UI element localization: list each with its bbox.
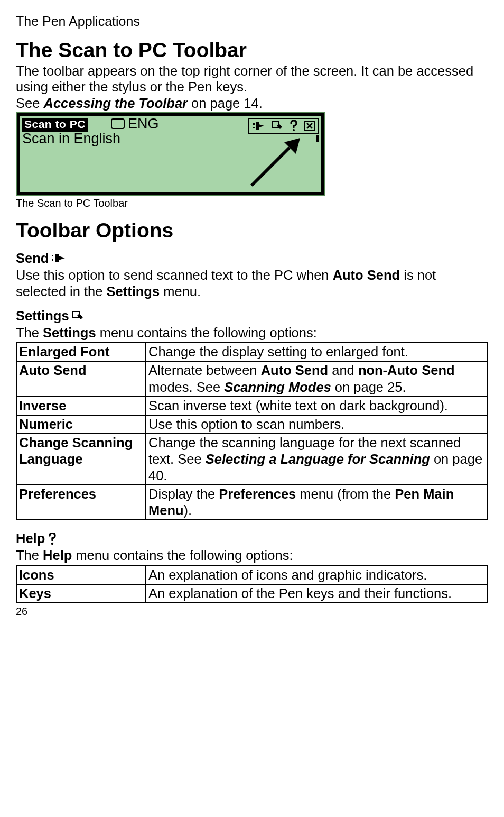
text: menu (from the bbox=[296, 486, 395, 501]
text: menu contains the following options: bbox=[72, 548, 293, 563]
text: and bbox=[328, 363, 358, 378]
subheading-settings: Settings bbox=[16, 308, 488, 324]
text-bold: Settings bbox=[43, 325, 96, 340]
table-row: Preferences Display the Preferences menu… bbox=[16, 485, 488, 520]
settings-intro: The Settings menu contains the following… bbox=[16, 325, 488, 341]
svg-point-3 bbox=[293, 129, 295, 131]
device-language-indicator: ENG bbox=[111, 116, 159, 132]
text-bold-italic: Scanning Modes bbox=[224, 380, 331, 394]
text: The bbox=[16, 325, 43, 340]
scroll-indicator bbox=[316, 135, 319, 142]
help-icon bbox=[290, 120, 298, 132]
device-app-title: Scan to PC bbox=[22, 118, 88, 132]
text: ). bbox=[184, 503, 192, 518]
text: menu. bbox=[160, 284, 201, 299]
table-row: Change Scanning Language Change the scan… bbox=[16, 434, 488, 485]
text: The bbox=[16, 548, 43, 563]
heading-scan-to-pc-toolbar: The Scan to PC Toolbar bbox=[16, 39, 488, 62]
text: Display the bbox=[148, 486, 219, 501]
device-toolbar bbox=[248, 118, 319, 134]
svg-rect-6 bbox=[52, 255, 53, 256]
text-bold: Auto Send bbox=[261, 363, 329, 378]
text-bold: Settings bbox=[107, 284, 160, 299]
cell-desc: Display the Preferences menu (from the P… bbox=[146, 485, 488, 520]
cell-label: Numeric bbox=[16, 415, 146, 434]
cell-label: Enlarged Font bbox=[16, 343, 146, 361]
device-language-text: ENG bbox=[128, 116, 159, 132]
cell-label: Keys bbox=[16, 584, 146, 603]
running-header: The Pen Applications bbox=[16, 14, 488, 29]
subheading-help: Help bbox=[16, 531, 488, 546]
cell-label: Preferences bbox=[16, 485, 146, 520]
subheading-help-label: Help bbox=[16, 531, 45, 546]
send-description: Use this option to send scanned text to … bbox=[16, 267, 488, 300]
cell-desc: Alternate between Auto Send and non-Auto… bbox=[146, 361, 488, 396]
cell-label: Change Scanning Language bbox=[16, 434, 146, 485]
help-table: Icons An explanation of icons and graphi… bbox=[16, 565, 488, 603]
cell-desc: Use this option to scan numbers. bbox=[146, 415, 488, 434]
svg-rect-2 bbox=[272, 121, 279, 128]
svg-rect-7 bbox=[52, 259, 53, 261]
table-row: Enlarged Font Change the display setting… bbox=[16, 343, 488, 361]
text: modes. See bbox=[148, 380, 224, 394]
table-row: Keys An explanation of the Pen keys and … bbox=[16, 584, 488, 603]
send-icon bbox=[253, 121, 265, 131]
text-bold: Preferences bbox=[219, 486, 296, 501]
speech-bubble-icon bbox=[111, 118, 125, 129]
cell-desc: Change the display setting to enlarged f… bbox=[146, 343, 488, 361]
cell-desc: Scan inverse text (white text on dark ba… bbox=[146, 397, 488, 415]
text-bold-italic: Selecting a Language for Scanning bbox=[206, 452, 430, 466]
table-row: Icons An explanation of icons and graphi… bbox=[16, 566, 488, 584]
help-intro: The Help menu contains the following opt… bbox=[16, 547, 488, 564]
subheading-settings-label: Settings bbox=[16, 308, 69, 324]
svg-line-5 bbox=[251, 148, 290, 186]
text-bold: Auto Send bbox=[333, 268, 400, 282]
text: Alternate between bbox=[148, 363, 261, 378]
ref-post: on page 14. bbox=[188, 96, 263, 111]
ref-line: See Accessing the Toolbar on page 14. bbox=[16, 95, 488, 112]
page-number: 26 bbox=[16, 605, 488, 618]
ref-link-text: Accessing the Toolbar bbox=[43, 96, 188, 111]
subheading-send: Send bbox=[16, 251, 488, 266]
table-row: Numeric Use this option to scan numbers. bbox=[16, 415, 488, 434]
text: menu contains the following options: bbox=[96, 325, 317, 340]
device-screenshot: Scan to PC ENG Scan in English bbox=[16, 112, 488, 196]
cell-desc: An explanation of the Pen keys and their… bbox=[146, 584, 488, 603]
table-row: Inverse Scan inverse text (white text on… bbox=[16, 397, 488, 415]
text-bold: Help bbox=[43, 548, 72, 563]
cell-label: Auto Send bbox=[16, 361, 146, 396]
cell-desc: An explanation of icons and graphic indi… bbox=[146, 566, 488, 584]
device-subtitle: Scan in English bbox=[22, 131, 120, 147]
pointer-arrow-graphic bbox=[247, 136, 305, 189]
heading-toolbar-options: Toolbar Options bbox=[16, 219, 488, 242]
settings-table: Enlarged Font Change the display setting… bbox=[16, 342, 488, 520]
cell-label: Icons bbox=[16, 566, 146, 584]
ref-pre: See bbox=[16, 96, 43, 111]
intro-paragraph: The toolbar appears on the top right cor… bbox=[16, 63, 488, 95]
help-icon bbox=[48, 533, 57, 545]
text-bold: non-Auto Send bbox=[358, 363, 455, 378]
svg-rect-0 bbox=[253, 123, 255, 125]
send-icon bbox=[52, 253, 66, 263]
svg-rect-1 bbox=[253, 127, 255, 128]
close-icon bbox=[304, 121, 315, 131]
device-caption: The Scan to PC Toolbar bbox=[16, 197, 488, 209]
cell-label: Inverse bbox=[16, 397, 146, 415]
table-row: Auto Send Alternate between Auto Send an… bbox=[16, 361, 488, 396]
settings-icon bbox=[72, 311, 84, 322]
text: Use this option to send scanned text to … bbox=[16, 268, 333, 282]
cell-desc: Change the scanning language for the nex… bbox=[146, 434, 488, 485]
text: on page 25. bbox=[331, 380, 406, 394]
subheading-send-label: Send bbox=[16, 251, 49, 266]
svg-point-9 bbox=[51, 543, 53, 545]
settings-icon bbox=[272, 121, 283, 131]
